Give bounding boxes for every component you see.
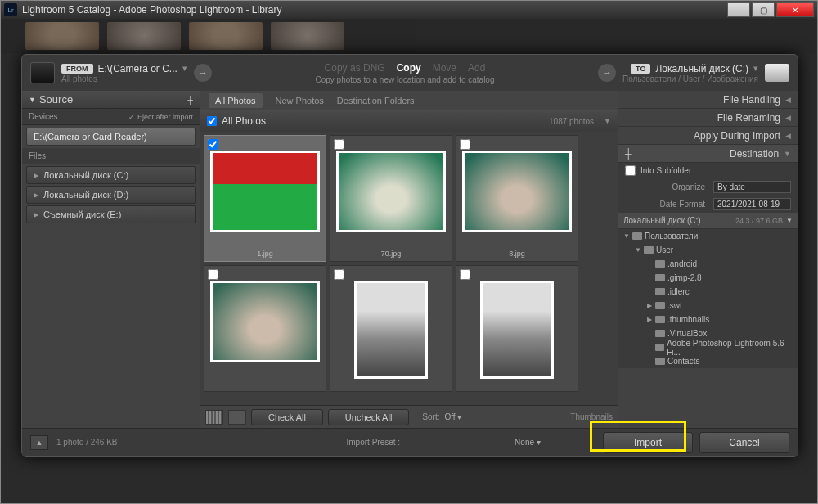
lightroom-badge-icon: Lr: [4, 3, 17, 16]
tab-destination-folders[interactable]: Destination Folders: [337, 96, 415, 106]
sort-value[interactable]: Off ▾: [444, 412, 461, 421]
folder-node[interactable]: ▶.swt: [618, 299, 798, 313]
photo-checkbox[interactable]: [334, 139, 344, 150]
dest-path[interactable]: Локальный диск (C:): [655, 63, 748, 74]
drive-row[interactable]: ▶Локальный диск (C:): [26, 166, 196, 184]
apply-during-import-panel[interactable]: Apply During Import◀: [618, 127, 798, 145]
folder-icon: [655, 260, 665, 268]
folder-node[interactable]: ▼Пользователи: [618, 229, 798, 243]
sort-label: Sort:: [422, 412, 439, 421]
photo-checkbox[interactable]: [460, 269, 470, 280]
photo-filename: 8.jpg: [509, 250, 525, 258]
grid-view-button[interactable]: [205, 410, 223, 425]
uncheck-all-button[interactable]: Uncheck All: [328, 409, 409, 425]
folder-node[interactable]: .idlerc: [618, 285, 798, 299]
source-panel-header[interactable]: ▼ Source ┼: [22, 91, 200, 109]
folder-icon: [632, 232, 642, 240]
all-photos-label: All Photos: [222, 115, 266, 127]
folder-node[interactable]: Adobe Photoshop Lightroom 5.6 Fi...: [618, 340, 798, 354]
import-preset-label: Import Preset :: [347, 438, 401, 447]
photo-cell[interactable]: 70.jpg: [330, 135, 452, 262]
copy-mode-selector[interactable]: Copy as DNG Copy Move Add: [325, 62, 486, 74]
folder-icon: [655, 274, 665, 281]
folder-icon: [655, 358, 665, 365]
photo-cell[interactable]: [456, 265, 578, 392]
folder-icon: [655, 288, 665, 295]
source-title: Source: [39, 93, 73, 106]
source-path[interactable]: E:\(Camera or C...: [98, 63, 178, 74]
arrow-forward-icon[interactable]: →: [194, 64, 212, 82]
window-title: Lightroom 5 Catalog - Adobe Photoshop Li…: [22, 4, 282, 16]
loupe-view-button[interactable]: [228, 410, 246, 425]
devices-header: Devices ✓ Eject after import: [22, 109, 200, 125]
file-handling-panel[interactable]: File Handling◀: [618, 91, 798, 109]
import-dialog: FROM E:\(Camera or C... ▾ All photos → C…: [21, 54, 798, 457]
drive-row[interactable]: ▶Съемный диск (E:): [26, 205, 196, 223]
photo-cell[interactable]: [204, 265, 326, 392]
source-subtitle: All photos: [61, 74, 187, 83]
device-row[interactable]: E:\(Camera or Card Reader): [26, 128, 196, 146]
folder-icon: [655, 344, 664, 351]
plus-icon[interactable]: ┼: [625, 148, 632, 160]
drive-row[interactable]: ▶Локальный диск (D:): [26, 186, 196, 204]
import-preset-value[interactable]: None ▾: [515, 438, 541, 447]
collapse-button[interactable]: ▲: [30, 435, 48, 450]
folder-node[interactable]: ▼User: [618, 243, 798, 257]
dest-subtitle: Пользователи / User / Изображения: [622, 74, 758, 83]
tab-new-photos[interactable]: New Photos: [276, 96, 324, 106]
status-text: 1 photo / 246 KB: [56, 438, 118, 447]
window-minimize-button[interactable]: —: [727, 2, 750, 17]
photo-checkbox[interactable]: [460, 139, 470, 150]
background-filmstrip: [1, 19, 817, 53]
photo-checkbox[interactable]: [208, 139, 218, 150]
check-all-button[interactable]: Check All: [251, 409, 323, 425]
tab-all-photos[interactable]: All Photos: [209, 93, 263, 108]
photo-thumbnail[interactable]: [462, 151, 572, 232]
op-add[interactable]: Add: [468, 62, 485, 74]
folder-node[interactable]: .gimp-2.8: [618, 271, 798, 285]
files-header: Files: [22, 148, 200, 164]
photo-thumbnail[interactable]: [336, 151, 446, 232]
folder-icon: [655, 330, 665, 337]
file-renaming-panel[interactable]: File Renaming◀: [618, 109, 798, 127]
photo-cell[interactable]: 8.jpg: [456, 135, 578, 262]
photo-checkbox[interactable]: [208, 269, 218, 280]
into-subfolder-checkbox[interactable]: [625, 165, 636, 176]
folder-node[interactable]: Contacts: [618, 354, 798, 368]
into-subfolder-label: Into Subfolder: [640, 166, 691, 175]
photo-thumbnail[interactable]: [354, 281, 428, 379]
disk-row[interactable]: Локальный диск (C:)24.3 / 97.6 GB▼: [618, 213, 798, 229]
datefmt-select[interactable]: 2021/2021-08-19: [713, 198, 791, 210]
printer-icon[interactable]: [765, 64, 789, 82]
arrow-forward-icon-2[interactable]: →: [598, 64, 616, 82]
window-close-button[interactable]: ✕: [776, 2, 814, 17]
photo-cell[interactable]: [330, 265, 452, 392]
datefmt-label: Date Format: [659, 200, 705, 209]
photo-checkbox[interactable]: [334, 269, 344, 280]
op-move[interactable]: Move: [433, 62, 456, 74]
photo-thumbnail[interactable]: [480, 281, 554, 379]
harddrive-icon: [30, 62, 55, 83]
window-maximize-button[interactable]: ▢: [752, 2, 775, 17]
source-dropdown-icon[interactable]: ▾: [182, 63, 187, 74]
op-copy-dng[interactable]: Copy as DNG: [325, 62, 385, 74]
chevron-down-icon[interactable]: ▼: [604, 117, 611, 125]
photo-filename: 1.jpg: [257, 250, 273, 258]
organize-select[interactable]: By date: [713, 181, 791, 193]
folder-node[interactable]: .android: [618, 257, 798, 271]
photo-thumbnail[interactable]: [210, 151, 320, 232]
select-all-checkbox[interactable]: [207, 116, 217, 126]
folder-icon: [655, 302, 665, 309]
dest-dropdown-icon[interactable]: ▾: [753, 63, 758, 74]
op-copy[interactable]: Copy: [397, 62, 421, 74]
photo-cell[interactable]: 1.jpg: [204, 135, 326, 262]
import-button[interactable]: Import: [603, 432, 693, 453]
photo-thumbnail[interactable]: [210, 281, 320, 362]
plus-icon[interactable]: ┼: [188, 96, 193, 104]
destination-panel-header[interactable]: ┼Destination▼: [618, 145, 798, 163]
folder-node[interactable]: ▶.thumbnails: [618, 313, 798, 326]
cancel-button[interactable]: Cancel: [699, 432, 789, 453]
organize-label: Organize: [672, 182, 705, 191]
window-titlebar: Lr Lightroom 5 Catalog - Adobe Photoshop…: [1, 1, 817, 19]
eject-after-import-toggle[interactable]: Eject after import: [137, 113, 193, 121]
